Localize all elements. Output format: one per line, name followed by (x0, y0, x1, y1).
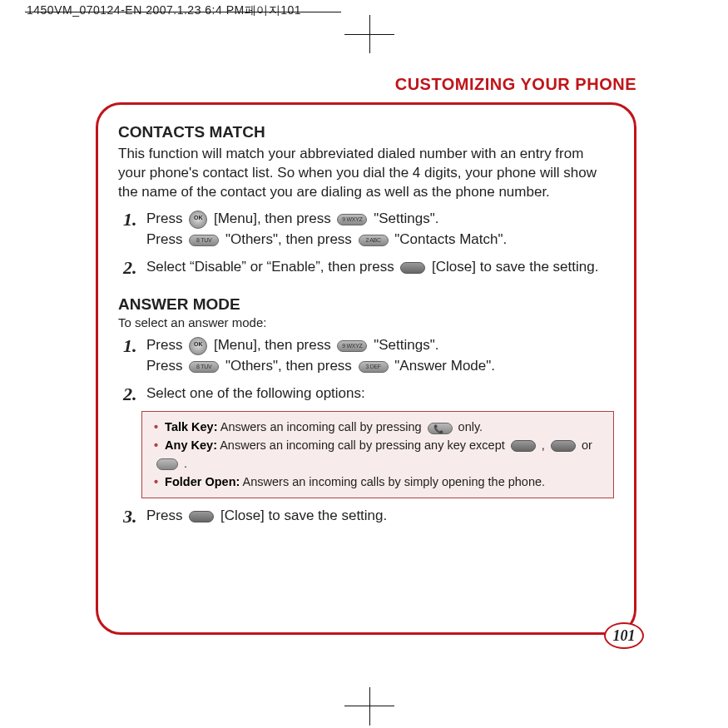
text: or (582, 438, 592, 452)
ok-key-icon (189, 210, 207, 229)
text: "Settings". (374, 210, 438, 226)
label: Folder Open: (165, 475, 240, 488)
text: Press (146, 337, 186, 353)
option-any: • Any Key: Answers an incoming call by p… (154, 437, 602, 473)
label: Any Key: (165, 438, 217, 452)
bullet-icon: • (154, 420, 158, 433)
contacts-intro: This function will match your abbreviate… (118, 145, 614, 202)
step-number: 2. (123, 258, 146, 278)
softkey-icon (551, 440, 576, 452)
text: Answers an incoming call by pressing any… (220, 438, 508, 452)
key-3-icon (359, 361, 389, 373)
key-9-icon (337, 340, 367, 352)
side-key-icon (156, 458, 178, 470)
answer-step-1: 1. Press [Menu], then press "Settings". … (123, 336, 614, 378)
answer-heading: ANSWER MODE (118, 294, 614, 315)
text: Press (146, 231, 186, 247)
option-talk: • Talk Key: Answers an incoming call by … (154, 418, 602, 437)
answer-step-3: 3. Press [Close] to save the setting. (123, 507, 614, 527)
page: CUSTOMIZING YOUR PHONE CONTACTS MATCH Th… (96, 75, 636, 635)
text: Select “Disable” or “Enable”, then press (146, 259, 398, 275)
text: Press (146, 358, 186, 374)
page-title: CUSTOMIZING YOUR PHONE (96, 75, 636, 94)
text: "Settings". (374, 337, 438, 353)
step-number: 1. (123, 210, 146, 230)
key-2-icon (359, 235, 389, 246)
contacts-step-2: 2. Select “Disable” or “Enable”, then pr… (123, 258, 614, 278)
text: . (184, 457, 187, 470)
key-8-icon (189, 361, 219, 373)
text: , (542, 438, 548, 452)
text: Answers an incoming calls by simply open… (243, 475, 546, 488)
text: [Menu], then press (214, 210, 335, 226)
crop-line (25, 12, 341, 12)
text: only. (458, 420, 483, 433)
text: "Others", then press (225, 231, 356, 247)
crop-mark-v (369, 15, 370, 53)
text: Select one of the following options: (146, 385, 365, 401)
softkey-icon (400, 262, 425, 274)
bullet-icon: • (154, 438, 158, 452)
text: Press (146, 508, 186, 523)
text: [Menu], then press (214, 337, 335, 353)
label: Talk Key: (165, 420, 217, 433)
crop-header: 1450VM_070124-EN 2007.1.23 6:4 PM페이지101 (27, 3, 301, 18)
text: "Contacts Match". (394, 231, 507, 247)
softkey-icon (511, 440, 536, 452)
bullet-icon: • (154, 475, 158, 488)
text: "Others", then press (225, 358, 356, 374)
step-number: 2. (123, 384, 146, 404)
contacts-heading: CONTACTS MATCH (118, 121, 614, 143)
option-folder: • Folder Open: Answers an incoming calls… (154, 473, 602, 492)
text: "Answer Mode". (394, 358, 495, 374)
crop-mark-v-bottom (369, 687, 370, 726)
text: Answers an incoming call by pressing (220, 420, 425, 433)
softkey-icon (189, 511, 214, 522)
key-9-icon (337, 214, 367, 225)
answer-step-2: 2. Select one of the following options: (123, 384, 614, 404)
text: [Close] to save the setting. (432, 259, 598, 275)
talk-key-icon (428, 423, 453, 434)
ok-key-icon (189, 337, 207, 355)
options-box: • Talk Key: Answers an incoming call by … (141, 411, 614, 498)
step-number: 3. (123, 507, 146, 527)
text: [Close] to save the setting. (220, 508, 387, 523)
contacts-step-1: 1. Press [Menu], then press "Settings". … (123, 210, 614, 251)
content-panel: CONTACTS MATCH This function will match … (96, 102, 636, 635)
text: Press (146, 210, 186, 226)
answer-sub: To select an answer mode: (118, 314, 614, 331)
step-number: 1. (123, 336, 146, 356)
page-number: 101 (604, 622, 644, 649)
key-8-icon (189, 235, 219, 246)
